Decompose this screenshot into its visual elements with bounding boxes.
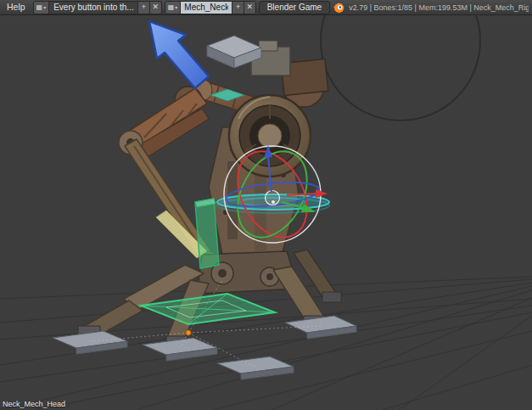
viewport-canvas xyxy=(0,15,532,410)
render-engine-selector[interactable]: Blender Game xyxy=(259,1,330,14)
chevron-down-icon: ▾ xyxy=(175,5,177,10)
object-origin-dot xyxy=(186,330,191,335)
screen-layout-datablock: ▦ ▾ Every button into th... + ✕ xyxy=(33,1,162,14)
scene-datablock: ▦ ▾ + ✕ xyxy=(165,1,256,14)
chevron-down-icon: ▾ xyxy=(43,5,46,10)
3d-viewport[interactable]: Neck_Mech_Head xyxy=(0,15,532,410)
status-stats-text: v2.79 | Bones:1/85 | Mem:199.53M | Neck_… xyxy=(349,3,529,12)
unlink-screen-layout-button[interactable]: ✕ xyxy=(149,2,161,14)
browse-icon: ▦ xyxy=(168,4,175,11)
screen-layout-name[interactable]: Every button into th... xyxy=(49,2,137,14)
background-circle-object[interactable] xyxy=(321,15,480,121)
scene-name-field[interactable] xyxy=(181,2,232,14)
add-screen-layout-button[interactable]: + xyxy=(137,2,149,14)
blender-window: Help ▦ ▾ Every button into th... + ✕ ▦ ▾… xyxy=(0,0,532,410)
blender-logo-icon xyxy=(333,2,344,14)
browse-icon: ▦ xyxy=(36,4,43,11)
browse-scenes-button[interactable]: ▦ ▾ xyxy=(165,2,182,14)
unlink-scene-button[interactable]: ✕ xyxy=(244,2,255,14)
add-scene-button[interactable]: + xyxy=(232,2,244,14)
browse-screen-layouts-button[interactable]: ▦ ▾ xyxy=(34,2,50,14)
help-menu-button[interactable]: Help xyxy=(3,1,31,14)
active-object-label: Neck_Mech_Head xyxy=(3,400,65,408)
info-header: Help ▦ ▾ Every button into th... + ✕ ▦ ▾… xyxy=(0,0,532,15)
